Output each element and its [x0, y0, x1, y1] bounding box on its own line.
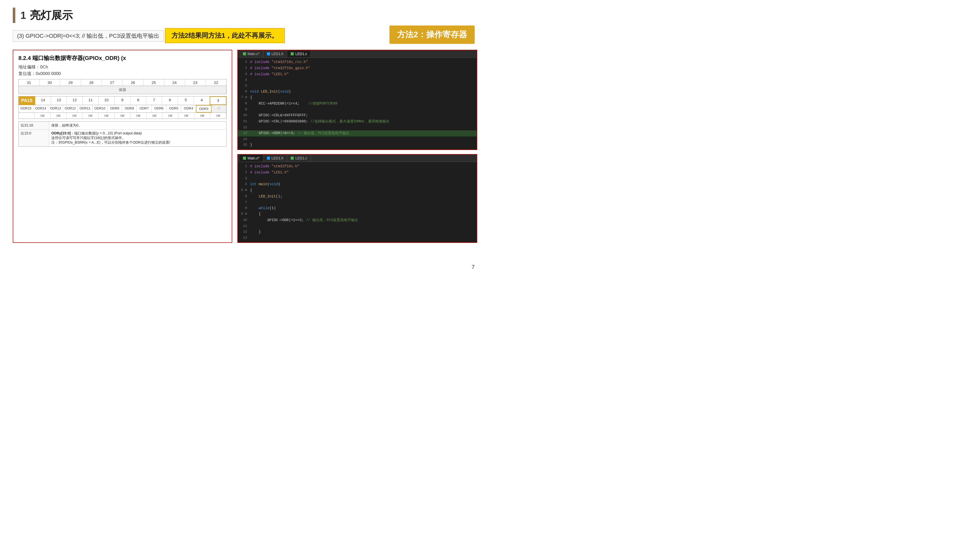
bit-3-highlighted: 3 — [210, 97, 226, 105]
register-addr: 地址偏移：0Ch — [18, 64, 227, 70]
desc-row-2: 位15:0 ODRy[15:0]：端口输出数据(y = 0...15) (Por… — [19, 130, 226, 146]
code-line-9: 9 — [238, 107, 477, 113]
bit-24: 24 — [164, 79, 185, 86]
method2-badge: 方法2：操作寄存器 — [390, 25, 475, 44]
rw-13: rW — [51, 113, 67, 119]
page-title: 亮灯展示 — [30, 8, 73, 22]
code-panel-bottom: Main.c* LED1.h LED1.c 1 # include "stm32… — [237, 154, 477, 243]
odr11: ODR11 — [78, 105, 93, 113]
tab-label-bottom-led1-c: LED1.c — [295, 156, 307, 160]
code-line-15: 15 } — [238, 142, 477, 148]
tab-icon-bottom-h — [267, 157, 270, 160]
b-code-line-3: 3 — [238, 176, 477, 181]
b-code-line-13: 13 — [238, 235, 477, 241]
b-code-line-7: 7 — [238, 200, 477, 205]
tab-bar-top: Main.c* LED1.h LED1.c — [238, 50, 477, 58]
code-line-10: 10 GPIOC->CRL&=0XFFFF0FFF; — [238, 113, 477, 119]
bit-14: 14 — [35, 97, 51, 105]
b-code-line-1: 1 # include "stm32f10x.h" — [238, 164, 477, 170]
b-code-line-5: 5 ⊟ { — [238, 187, 477, 194]
b-code-line-6: 6 LED_Init(); — [238, 194, 477, 200]
rw-8: rW — [130, 113, 146, 119]
bit-22: 22 — [206, 79, 227, 86]
code-line-8: 8 RCC->APB2ENR|=1<<4; //使能PORTC时钟 — [238, 101, 477, 107]
title-number: 1 — [21, 10, 26, 21]
tab-label-bottom-led1-h: LED1.h — [272, 156, 283, 160]
rw-5: rW — [178, 113, 194, 119]
rw-9: rW — [115, 113, 130, 119]
odr8: ODR8 — [122, 105, 137, 113]
bit-29: 29 — [60, 79, 81, 86]
bit-9: 9 — [115, 97, 130, 105]
bit-13: 13 — [51, 97, 67, 105]
tab-label-main-c: Main.c* — [248, 52, 259, 56]
desc-val-1: 保留，始终读为0。 — [49, 122, 226, 129]
bit-8: 8 — [130, 97, 146, 105]
tab-main-c[interactable]: Main.c* — [239, 50, 263, 57]
code-line-12: 12 — [238, 125, 477, 130]
tab-icon-bottom-led1c — [291, 157, 294, 160]
bit-23: 23 — [185, 79, 206, 86]
odr12: ODR12 — [63, 105, 78, 113]
rw-12: rW — [67, 113, 83, 119]
bit-25: 25 — [143, 79, 164, 86]
code-line-7: 7 ⊟ { — [238, 95, 477, 101]
title-bar: 1 亮灯展示 — [13, 8, 477, 23]
main-layout: 8.2.4 端口输出数据寄存器(GPIOx_ODR) (x 地址偏移：0Ch 复… — [13, 50, 477, 243]
subtitle-line: (3) GPIOC->ODR|=0<<3; // 输出低，PC3设置低电平输出 — [13, 30, 164, 41]
odr7: ODR7 — [137, 105, 151, 113]
odr-cut: O — [212, 105, 226, 113]
odr3-highlighted: ODR3 — [196, 105, 212, 113]
register-reset: 复位值：0x0000 0000 — [18, 71, 227, 76]
register-title: 8.2.4 端口输出数据寄存器(GPIOx_ODR) (x — [18, 54, 227, 62]
b-code-line-11: 11 — [238, 224, 477, 229]
odr5: ODR5 — [166, 105, 181, 113]
tab-icon-c — [243, 52, 246, 56]
odr4: ODR4 — [181, 105, 196, 113]
register-panel: 8.2.4 端口输出数据寄存器(GPIOx_ODR) (x 地址偏移：0Ch 复… — [13, 50, 232, 243]
desc-val-2: ODRy[15:0]：端口输出数据(y = 0...15) (Port outp… — [49, 130, 226, 146]
rw-row: rW rW rW rW rW rW rW rW rW rW rW rW — [18, 113, 227, 119]
tab-bottom-main-c[interactable]: Main.c* — [239, 155, 263, 162]
code-line-6: 6 void LED_Init(void) — [238, 89, 477, 95]
odr-row: ODR15 ODR14 ODR13 ODR12 ODR11 ODR10 ODR9… — [18, 105, 227, 113]
rw-4: rW — [194, 113, 210, 119]
code-line-3: 3 # include "LED1.h" — [238, 71, 477, 78]
desc-row-1: 位31:16 保留，始终读为0。 — [19, 122, 226, 130]
rw-3: rW — [210, 113, 226, 119]
b-code-line-12: 12 } — [238, 229, 477, 235]
title-number-bar — [13, 8, 15, 23]
code-line-5: 5 — [238, 83, 477, 89]
tab-label-bottom-main-c: Main.c* — [248, 156, 259, 160]
code-panel-top: Main.c* LED1.h LED1.c 1 # include "stm32… — [237, 50, 477, 150]
tab-bottom-led1-c[interactable]: LED1.c — [287, 155, 311, 162]
rw-11: rW — [83, 113, 99, 119]
bit-27: 27 — [102, 79, 123, 86]
b-code-line-4: 4 int main(void) — [238, 181, 477, 187]
bit-row-top: 31 30 29 28 27 26 25 24 23 22 — [18, 79, 227, 86]
odr14: ODR14 — [33, 105, 48, 113]
code-line-13: 13 GPIOC->ODR|=0<<3; // 输出低，PC3设置低电平输出 — [238, 130, 477, 137]
code-content-bottom: 1 # include "stm32f10x.h" 2 # include "L… — [238, 162, 477, 242]
odr13: ODR13 — [48, 105, 63, 113]
desc-table: 位31:16 保留，始终读为0。 位15:0 ODRy[15:0]：端口输出数据… — [18, 121, 227, 147]
code-content-top: 1 # include "stm32f10x_rcc.h" 2 # includ… — [238, 58, 477, 149]
bit-6: 6 — [162, 97, 178, 105]
bit-7: 7 — [146, 97, 162, 105]
b-code-line-2: 2 # include "LED1.h" — [238, 170, 477, 176]
bit-28: 28 — [81, 79, 102, 86]
bit-10: 10 — [99, 97, 115, 105]
tab-icon-bottom-c — [243, 157, 246, 160]
tab-led1-h[interactable]: LED1.h — [263, 50, 287, 57]
code-line-14: 14 — [238, 137, 477, 142]
reserved-label: 保留 — [19, 86, 226, 94]
bit-11: 11 — [83, 97, 99, 105]
bit-4: 4 — [194, 97, 210, 105]
bit-31: 31 — [19, 79, 40, 86]
tab-icon-h — [267, 52, 270, 56]
pa15-row: PA15 14 13 12 11 10 9 8 7 6 5 4 3 — [18, 96, 227, 105]
tab-led1-c[interactable]: LED1.c — [287, 50, 311, 57]
tab-bottom-led1-h[interactable]: LED1.h — [263, 155, 287, 162]
odr15: ODR15 — [19, 105, 33, 113]
tab-bar-bottom: Main.c* LED1.h LED1.c — [238, 155, 477, 162]
